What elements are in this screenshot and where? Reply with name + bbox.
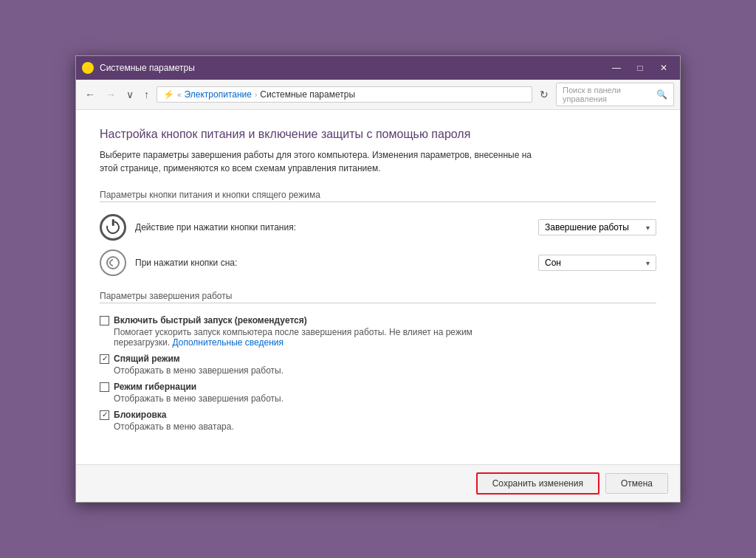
window-icon: ⚡ [82, 62, 94, 74]
hibernate-label-row: Режим гибернации [100, 382, 656, 392]
lock-checkbox[interactable]: ✓ [100, 410, 109, 420]
minimize-button[interactable]: — [606, 61, 627, 75]
section-shutdown: Параметры завершения работы Включить быс… [100, 291, 656, 432]
section-power-buttons: Параметры кнопки питания и кнопки спящег… [100, 190, 656, 276]
page-desc-line1: Выберите параметры завершения работы для… [100, 150, 532, 160]
page-desc-line2: этой странице, применяются ко всем схема… [100, 163, 381, 173]
main-window: ⚡ Системные параметры — □ ✕ ← → ∨ ↑ ⚡ « … [75, 55, 681, 503]
hibernate-label: Режим гибернации [114, 382, 196, 392]
page-description: Выберите параметры завершения работы для… [100, 148, 656, 175]
sleep-button-icon [100, 249, 126, 276]
cancel-button[interactable]: Отмена [605, 473, 668, 494]
fast-boot-label: Включить быстрый запуск (рекомендуется) [114, 315, 307, 326]
sleep-mode-desc: Отображать в меню завершения работы. [114, 365, 656, 376]
fast-boot-label-row: Включить быстрый запуск (рекомендуется) [100, 315, 656, 326]
sleep-mode-checkbox[interactable]: ✓ [100, 354, 109, 364]
sleep-button-row: При нажатии кнопки сна: Сон ▾ [100, 249, 656, 276]
sleep-action-dropdown[interactable]: Сон ▾ [538, 255, 656, 271]
lock-label: Блокировка [114, 410, 167, 420]
sleep-action-label: При нажатии кнопки сна: [135, 258, 529, 268]
window-title: Системные параметры [100, 63, 195, 73]
hibernate-checkbox[interactable] [100, 382, 109, 392]
power-dropdown-arrow: ▾ [646, 224, 650, 232]
page-title: Настройка кнопок питания и включение защ… [100, 128, 656, 141]
sleep-mode-label-row: ✓ Спящий режим [100, 354, 656, 364]
back-button[interactable]: ← [82, 87, 98, 102]
sleep-dropdown-arrow: ▾ [646, 259, 650, 267]
hibernate-desc: Отображать в меню завершения работы. [114, 393, 656, 404]
search-icon: 🔍 [656, 89, 667, 100]
save-button[interactable]: Сохранить изменения [476, 472, 599, 495]
breadcrumb-arrow: › [255, 91, 257, 99]
checkbox-lock: ✓ Блокировка Отображать в меню аватара. [100, 410, 656, 432]
sleep-mode-checkmark: ✓ [102, 355, 108, 362]
dropdown-button[interactable]: ∨ [123, 87, 137, 102]
breadcrumb-icon: ⚡ [163, 89, 174, 100]
power-action-dropdown[interactable]: Завершение работы ▾ [538, 219, 656, 235]
checkbox-hibernate: Режим гибернации Отображать в меню завер… [100, 382, 656, 404]
title-bar: ⚡ Системные параметры — □ ✕ [76, 56, 680, 80]
breadcrumb-sep1: « [177, 91, 182, 99]
power-button-row: Действие при нажатии кнопки питания: Зав… [100, 214, 656, 241]
title-bar-left: ⚡ Системные параметры [82, 62, 195, 74]
search-bar[interactable]: Поиск в панели управления 🔍 [556, 83, 674, 106]
footer: Сохранить изменения Отмена [76, 464, 680, 502]
search-placeholder: Поиск в панели управления [563, 86, 656, 103]
power-action-label: Действие при нажатии кнопки питания: [135, 222, 529, 232]
checkbox-fast-boot: Включить быстрый запуск (рекомендуется) … [100, 315, 656, 348]
power-button-icon [100, 214, 126, 241]
breadcrumb: ⚡ « Электропитание › Системные параметры [157, 86, 532, 103]
lock-label-row: ✓ Блокировка [100, 410, 656, 420]
section2-header: Параметры завершения работы [100, 291, 656, 303]
lock-checkmark: ✓ [102, 411, 108, 418]
fast-boot-desc: Помогает ускорить запуск компьютера посл… [114, 327, 656, 348]
close-button[interactable]: ✕ [653, 61, 674, 75]
sleep-action-value: Сон [545, 258, 561, 268]
checkbox-sleep-mode: ✓ Спящий режим Отображать в меню заверше… [100, 354, 656, 376]
refresh-button[interactable]: ↻ [537, 87, 551, 102]
lock-desc: Отображать в меню аватара. [114, 421, 656, 432]
breadcrumb-part2: Системные параметры [260, 89, 355, 100]
section1-header: Параметры кнопки питания и кнопки спящег… [100, 190, 656, 202]
up-button[interactable]: ↑ [141, 87, 152, 102]
power-action-value: Завершение работы [545, 222, 629, 232]
content-area: Настройка кнопок питания и включение защ… [76, 110, 680, 464]
forward-button[interactable]: → [103, 87, 119, 102]
sleep-mode-label: Спящий режим [114, 354, 180, 364]
maximize-button[interactable]: □ [630, 61, 650, 75]
address-bar: ← → ∨ ↑ ⚡ « Электропитание › Системные п… [76, 80, 680, 110]
breadcrumb-part1[interactable]: Электропитание [185, 89, 252, 100]
title-bar-buttons: — □ ✕ [606, 61, 674, 75]
fast-boot-link[interactable]: Дополнительные сведения [172, 337, 283, 348]
fast-boot-checkbox[interactable] [100, 316, 109, 326]
